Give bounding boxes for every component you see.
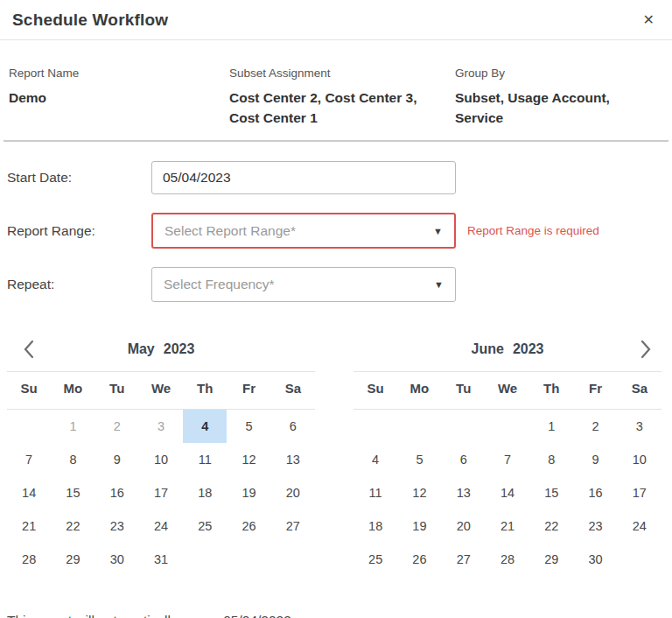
calendar-day-empty <box>354 410 397 443</box>
calendar-month-title: May2023 <box>128 341 195 357</box>
calendar-june: June2023 SuMoTuWeThFrSa 1234567891011121… <box>354 332 662 576</box>
calendar-day[interactable]: 13 <box>271 443 315 476</box>
calendar-day-grid: 1234567891011121314151617181920212223242… <box>354 410 662 576</box>
calendar-day[interactable]: 29 <box>51 543 94 576</box>
calendar-day[interactable]: 25 <box>354 543 397 576</box>
calendar-day[interactable]: 19 <box>227 476 270 509</box>
calendar-day[interactable]: 23 <box>95 509 139 543</box>
calendar-day[interactable]: 15 <box>51 476 94 509</box>
calendar-day[interactable]: 2 <box>95 410 139 443</box>
day-header: Fr <box>573 381 617 396</box>
report-name-column: Report Name Demo <box>9 67 229 128</box>
calendar-day[interactable]: 17 <box>139 476 183 509</box>
calendar-day[interactable]: 30 <box>95 543 139 576</box>
calendar-day[interactable]: 14 <box>486 476 529 509</box>
calendar-day[interactable]: 12 <box>227 443 270 476</box>
calendar-day[interactable]: 2 <box>573 410 617 443</box>
calendar-day[interactable]: 4 <box>354 443 397 476</box>
calendar-day[interactable]: 5 <box>227 410 270 443</box>
calendar-may: May2023 SuMoTuWeThFrSa 12345678910111213… <box>7 332 315 576</box>
calendar-day[interactable]: 18 <box>183 476 227 509</box>
calendar-day[interactable]: 6 <box>271 410 315 443</box>
calendar-day[interactable]: 27 <box>271 509 315 543</box>
month-label: June <box>472 341 504 356</box>
calendar-day[interactable]: 10 <box>139 443 183 476</box>
calendar-day-empty <box>397 410 441 443</box>
calendar-day[interactable]: 28 <box>486 543 529 576</box>
day-header: Mo <box>51 381 94 396</box>
calendar-day[interactable]: 16 <box>95 476 139 509</box>
next-month-button[interactable] <box>634 336 658 362</box>
calendar-day[interactable]: 5 <box>397 443 441 476</box>
day-header: We <box>486 381 529 396</box>
subset-assignment-column: Subset Assignment Cost Center 2, Cost Ce… <box>229 67 455 128</box>
calendar-day[interactable]: 30 <box>573 543 617 576</box>
calendar-day[interactable]: 6 <box>442 443 486 476</box>
calendar-day[interactable]: 22 <box>529 509 573 543</box>
calendar-day[interactable]: 10 <box>618 443 662 476</box>
subset-assignment-label: Subset Assignment <box>229 67 444 80</box>
calendar-day[interactable]: 24 <box>618 509 662 543</box>
calendar-day[interactable]: 20 <box>271 476 315 509</box>
calendar-day[interactable]: 26 <box>397 543 441 576</box>
repeat-dropdown[interactable]: Select Frequency* ▼ <box>151 267 456 302</box>
previous-month-button[interactable] <box>16 336 40 362</box>
calendar-day[interactable]: 29 <box>529 543 573 576</box>
calendar-day[interactable]: 20 <box>442 509 486 543</box>
calendar-day[interactable]: 15 <box>529 476 573 509</box>
calendar-day[interactable]: 8 <box>529 443 573 476</box>
close-button[interactable]: ✕ <box>640 10 658 31</box>
calendar-day[interactable]: 12 <box>397 476 441 509</box>
calendar-day[interactable]: 11 <box>183 443 227 476</box>
calendar-day[interactable]: 26 <box>227 509 270 543</box>
chevron-down-icon: ▼ <box>434 279 444 290</box>
calendar-day[interactable]: 31 <box>139 543 183 576</box>
report-info-section: Report Name Demo Subset Assignment Cost … <box>0 40 672 128</box>
calendar-day[interactable]: 7 <box>7 443 51 476</box>
start-date-row: Start Date: <box>7 161 672 194</box>
report-range-dropdown[interactable]: Select Report Range* ▼ <box>151 213 456 249</box>
calendar-day-grid: 1234567891011121314151617181920212223242… <box>7 410 315 576</box>
calendar-day[interactable]: 7 <box>486 443 529 476</box>
start-date-label: Start Date: <box>7 170 151 186</box>
calendar-day[interactable]: 17 <box>618 476 662 509</box>
day-headers-row: SuMoTuWeThFrSa <box>7 372 315 404</box>
calendar-day[interactable]: 19 <box>397 509 441 543</box>
subset-assignment-value: Cost Center 2, Cost Center 3, Cost Cente… <box>229 88 444 128</box>
modal-header: Schedule Workflow ✕ <box>0 0 672 40</box>
calendar-month-title: June2023 <box>472 341 544 357</box>
calendar-day[interactable]: 8 <box>51 443 94 476</box>
schedule-form: Start Date: Report Range: Select Report … <box>0 142 672 302</box>
day-header: Th <box>183 381 227 396</box>
calendar-day[interactable]: 14 <box>7 476 51 509</box>
report-range-row: Report Range: Select Report Range* ▼ Rep… <box>7 213 672 249</box>
month-label: May <box>128 341 155 356</box>
calendar-day[interactable]: 25 <box>183 509 227 543</box>
calendar-day[interactable]: 9 <box>573 443 617 476</box>
calendar-day[interactable]: 27 <box>442 543 486 576</box>
report-range-label: Report Range: <box>7 223 151 239</box>
calendar-day[interactable]: 3 <box>618 410 662 443</box>
repeat-label: Repeat: <box>7 277 151 292</box>
calendar-day[interactable]: 16 <box>573 476 617 509</box>
calendar-day[interactable]: 21 <box>7 509 51 543</box>
calendar-day[interactable]: 23 <box>573 509 617 543</box>
chevron-down-icon: ▼ <box>433 226 443 236</box>
day-header: Tu <box>442 381 486 396</box>
calendar-day[interactable]: 1 <box>529 410 573 443</box>
calendar-day[interactable]: 18 <box>354 509 397 543</box>
calendar-day[interactable]: 11 <box>354 476 397 509</box>
calendar-day[interactable]: 3 <box>139 410 183 443</box>
start-date-input[interactable] <box>151 161 456 194</box>
calendar-day[interactable]: 24 <box>139 509 183 543</box>
close-icon: ✕ <box>643 12 654 27</box>
calendar-day[interactable]: 13 <box>442 476 486 509</box>
calendar-day[interactable]: 28 <box>7 543 51 576</box>
auto-run-note: This report will automatically run on 05… <box>7 613 672 618</box>
calendar-day[interactable]: 21 <box>486 509 529 543</box>
calendar-day[interactable]: 1 <box>51 410 94 443</box>
calendar-day[interactable]: 9 <box>95 443 139 476</box>
calendar-day[interactable]: 4 <box>183 410 227 443</box>
calendar-day-empty <box>227 543 270 576</box>
calendar-day[interactable]: 22 <box>51 509 94 543</box>
